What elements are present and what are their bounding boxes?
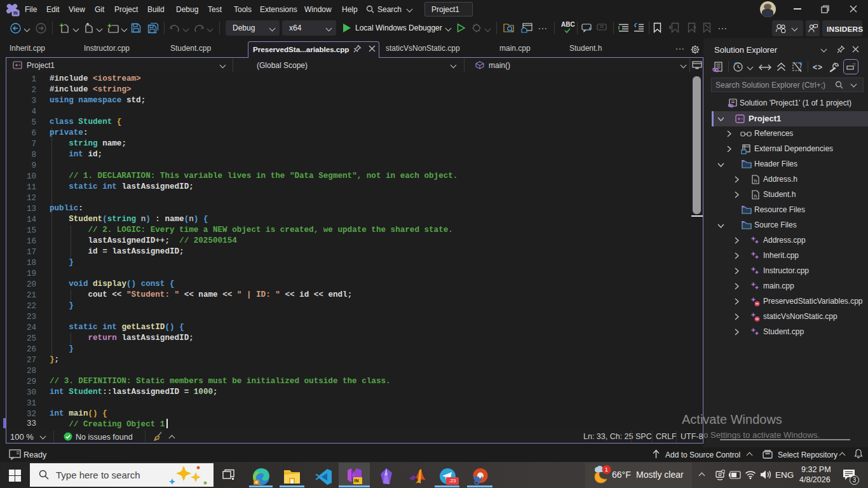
svg-text:h: h <box>754 178 757 184</box>
svg-text:1: 1 <box>605 466 608 473</box>
svg-text:IN: IN <box>13 11 18 15</box>
svg-text:h: h <box>754 193 757 199</box>
